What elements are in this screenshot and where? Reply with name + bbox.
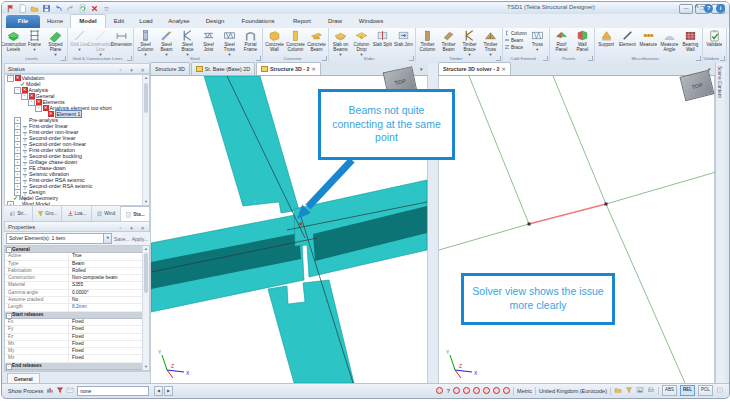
ribbon-button-construction-levels[interactable]: Construction Levels <box>3 29 24 52</box>
solver-line-steep-right-upper[interactable] <box>553 76 606 204</box>
tree-expander-icon[interactable]: − <box>14 87 21 94</box>
collapse-ribbon-button[interactable]: ^ <box>692 4 701 13</box>
ribbon-button-steel-column[interactable]: Steel Column▼ <box>135 29 156 57</box>
solver-line-shallow-left[interactable] <box>439 224 529 250</box>
status-blocked-indicator[interactable] <box>473 387 480 394</box>
process-target-field[interactable] <box>77 386 149 396</box>
close-icon[interactable]: ✕ <box>312 66 316 72</box>
dialog-launcher-icon[interactable] <box>496 56 501 61</box>
ribbon-button-measure[interactable]: Measure <box>638 29 659 47</box>
qat-undo-button[interactable] <box>53 3 63 13</box>
ribbon-button-concrete-beam[interactable]: Concrete Beam <box>306 29 327 52</box>
section-collapse-icon[interactable]: − <box>6 364 12 370</box>
ribbon-button-steel-brace[interactable]: Steel Brace▼ <box>177 29 198 57</box>
ribbon-button-concrete-wall[interactable]: Concrete Wall <box>264 29 285 52</box>
property-value[interactable]: Fixed <box>69 355 149 361</box>
ribbon-button-steel-truss[interactable]: Steel Truss▼ <box>219 29 240 57</box>
status-blocked-indicator[interactable] <box>463 387 470 394</box>
property-value[interactable]: Fixed <box>69 319 149 325</box>
ribbon-button-steel-joist[interactable]: Steel Joist <box>198 29 219 52</box>
ribbon-button-measure-angle[interactable]: Measure Angle <box>659 29 680 52</box>
solver-node-2[interactable] <box>605 203 608 206</box>
status-blocked-indicator[interactable] <box>493 387 500 394</box>
properties-scrollbar[interactable]: ▲▼ <box>142 246 149 370</box>
ribbon-tab-design[interactable]: Design <box>198 15 232 28</box>
property-value[interactable]: S355 <box>69 282 149 288</box>
dialog-launcher-icon[interactable] <box>322 56 327 61</box>
ribbon-button-truss[interactable]: Truss▼ <box>527 29 548 52</box>
ribbon-tab-windows[interactable]: Windows <box>350 15 392 28</box>
qat-refresh-doc-button[interactable] <box>77 3 87 13</box>
ribbon-button-timber-beam[interactable]: Timber Beam <box>438 29 459 52</box>
minimize-button[interactable]: — <box>679 4 693 14</box>
region-label[interactable]: United Kingdom (Eurocode) <box>539 388 607 394</box>
dialog-launcher-icon[interactable] <box>588 56 593 61</box>
view-tab-st-base-base-2d[interactable]: St. Base (Base) 2D <box>191 62 255 75</box>
view-tab-structure-3d-2[interactable]: Structure 3D - 2✕ <box>256 62 321 75</box>
ribbon-button-slab-split[interactable]: Slab Split <box>372 29 393 47</box>
dialog-launcher-icon[interactable] <box>543 56 548 61</box>
status-blocked-indicator[interactable] <box>503 387 510 394</box>
property-value[interactable]: 8.2mm <box>69 304 149 310</box>
ribbon-button-slab-join[interactable]: Slab Join <box>393 29 414 47</box>
ribbon-button-portal-frame[interactable]: Portal Frame <box>240 29 261 52</box>
property-value[interactable]: 0.0000° <box>69 290 149 296</box>
mail-button[interactable] <box>66 386 74 395</box>
view-tab-structure-3d-solver-2[interactable]: Structure 3D solver - 2✕ <box>438 62 511 75</box>
filter-y-button[interactable] <box>625 386 633 395</box>
ribbon-tab-model[interactable]: Model <box>70 14 106 28</box>
ribbon-button-steel-beam[interactable]: Steel Beam▼ <box>156 29 177 57</box>
property-value[interactable]: Fixed <box>69 341 149 347</box>
coord-mode-rel[interactable]: REL <box>680 385 695 396</box>
ribbon-button-construction-line[interactable]: Construction Line▼ <box>90 29 111 57</box>
properties-section-end-releases[interactable]: −End releases <box>5 363 149 370</box>
tree-expander-icon[interactable]: − <box>28 99 35 106</box>
ribbon-tab-foundations[interactable]: Foundations <box>232 15 284 28</box>
ribbon-button-concrete-column[interactable]: Concrete Column <box>285 29 306 52</box>
workspace-tab-str[interactable]: Str... <box>4 206 33 221</box>
property-value[interactable]: Fixed <box>69 348 149 354</box>
status-unknown-indicator[interactable]: ? <box>446 388 450 394</box>
ribbon-tab-home[interactable]: Home <box>40 15 70 28</box>
status-blocked-indicator[interactable] <box>436 387 443 394</box>
workspace-tab-sta[interactable]: Sta... <box>121 206 150 221</box>
property-value[interactable]: True <box>69 253 149 259</box>
ribbon-button-slab-on-beams[interactable]: Slab on Beams▼ <box>330 29 351 57</box>
ribbon-button-bearing-wall[interactable]: Bearing Wall <box>680 29 701 52</box>
tree-scrollbar[interactable]: ▲▼ <box>142 75 149 205</box>
ribbon-button-timber-column[interactable]: Timber Column <box>417 29 438 52</box>
ribbon-button-cold-formed-beam[interactable]: Beam <box>504 37 527 43</box>
workspace-tab-wind[interactable]: Wind <box>92 206 121 221</box>
ribbon-button-cold-formed-column[interactable]: Column <box>504 30 527 36</box>
status-blocked-indicator[interactable] <box>483 387 490 394</box>
ribbon-button-sloped-plane[interactable]: Sloped Plane▼ <box>45 29 66 57</box>
qat-delete-button[interactable] <box>89 3 99 13</box>
properties-section-general[interactable]: −General <box>5 246 149 253</box>
scene-content-tab[interactable]: Scene Content <box>715 63 725 383</box>
dialog-launcher-icon[interactable] <box>127 56 132 61</box>
dialog-launcher-icon[interactable] <box>256 56 261 61</box>
dialog-launcher-icon[interactable] <box>61 56 66 61</box>
solver-line-shallow-right[interactable] <box>606 172 716 204</box>
ribbon-button-element[interactable]: Element <box>617 29 638 47</box>
help-button[interactable]: ? <box>704 4 713 13</box>
grid-small-button[interactable] <box>716 386 724 395</box>
property-value[interactable]: Non-composite beam <box>69 275 149 281</box>
property-value[interactable]: No <box>69 297 149 303</box>
scroll-right-button[interactable]: ▶ <box>164 386 173 396</box>
ribbon-tab-edit[interactable]: Edit <box>106 15 132 28</box>
node-marker-cyan[interactable] <box>254 201 257 204</box>
solver-line-steep-left[interactable] <box>469 76 529 224</box>
element-selector-dropdown[interactable]: Solver Element(s): 1 item▼ <box>6 233 112 244</box>
qat-open-folder-button[interactable] <box>29 3 39 13</box>
close-icon[interactable]: ✕ <box>502 66 506 72</box>
workspace-tab-loa[interactable]: Loa... <box>62 206 91 221</box>
coord-mode-pol[interactable]: POL <box>698 385 713 396</box>
beam-steep-bottom[interactable] <box>268 280 354 383</box>
beam-steep-top[interactable] <box>204 76 299 213</box>
solver-line-steep-right-lower[interactable] <box>606 204 685 383</box>
property-value[interactable]: Fixed <box>69 334 149 340</box>
ribbon-tab-draw[interactable]: Draw <box>320 15 350 28</box>
workspace-tab-gro[interactable]: Gro... <box>33 206 62 221</box>
tree-expander-icon[interactable]: − <box>35 105 42 112</box>
